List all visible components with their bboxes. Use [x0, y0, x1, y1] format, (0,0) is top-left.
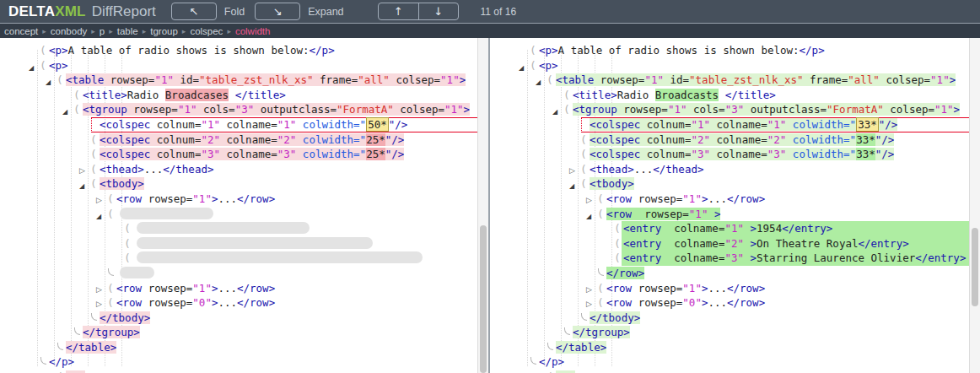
token-attr: colnum=	[640, 133, 691, 146]
folded-content-placeholder[interactable]	[137, 251, 423, 263]
token-tag: <thead>	[590, 163, 634, 176]
app-logo: DELTAXML DiffReport	[8, 3, 156, 20]
expand-toggle-icon[interactable]: ▷	[79, 164, 85, 179]
breadcrumb-item-conbody[interactable]: conbody	[51, 26, 87, 36]
token-tag: <title>	[83, 89, 127, 101]
code-line	[0, 266, 477, 281]
token-val: "1"	[691, 118, 710, 131]
breadcrumb-item-tgroup[interactable]: tgroup	[150, 26, 178, 36]
fold-region-start-icon: (	[73, 88, 80, 103]
code-line: <colspec colnum="1" colname="1" colwidth…	[0, 117, 477, 132]
token-attr: colname=	[710, 133, 767, 146]
fold-region-start-icon: (	[597, 295, 604, 311]
token-val: "1"	[644, 73, 664, 86]
breadcrumb-item-concept[interactable]: concept	[4, 26, 38, 36]
code-line: </tgroup>	[0, 325, 477, 340]
code-text: <thead>...</thead>	[0, 162, 477, 177]
expand-toggle-icon[interactable]: ▷	[569, 164, 575, 179]
token-attr: outputclass=	[254, 103, 337, 116]
token-val: "1"	[767, 118, 787, 131]
token-attr: rowsep=	[632, 282, 682, 295]
breadcrumb-item-p[interactable]: p	[100, 26, 105, 36]
token-attr: rowsep=	[104, 73, 154, 86]
code-text: <row rowsep="0">...</row>	[490, 295, 969, 311]
code-line: ◢(<p>	[0, 58, 477, 73]
breadcrumb-separator-icon: ▸	[109, 27, 113, 35]
token-dots: ...	[634, 163, 654, 176]
code-text: <row rowsep="1">...</row>	[0, 192, 477, 207]
collapse-toggle-icon[interactable]: ◢	[519, 61, 524, 76]
folded-content-placeholder[interactable]	[120, 208, 213, 219]
collapse-toggle-icon[interactable]: ◢	[46, 75, 51, 90]
right-document-pane: (<p>A table of radio shows is shown belo…	[490, 38, 980, 373]
right-scrollbar-thumb[interactable]	[972, 228, 978, 306]
expand-toggle-icon[interactable]: ▷	[96, 193, 102, 208]
token-val: "0"	[192, 296, 212, 309]
left-scrollbar-thumb[interactable]	[480, 225, 487, 373]
collapse-toggle-icon[interactable]: ◢	[96, 209, 101, 224]
code-line: </p>	[490, 354, 969, 370]
code-text: </table>	[0, 340, 477, 355]
fold-all-button[interactable]: ↖	[171, 3, 217, 20]
token-val: "3"	[767, 148, 787, 160]
token-dots: ...	[218, 296, 237, 309]
token-val: "1"	[192, 192, 212, 205]
expand-toggle-icon[interactable]: ▷	[586, 283, 592, 298]
token-tag: <row	[606, 296, 632, 309]
token-txt: 1954	[757, 222, 782, 235]
folded-content-placeholder[interactable]	[137, 222, 310, 234]
token-cw: 25*	[366, 133, 385, 146]
token-val: "1"	[934, 103, 954, 116]
fold-region-start-icon: (	[597, 281, 604, 296]
token-cw: 33*	[856, 148, 875, 160]
token-tag: >	[464, 103, 471, 116]
fold-region-start-icon: (	[124, 251, 131, 266]
folded-content-placeholder[interactable]	[120, 267, 154, 278]
right-scrollbar[interactable]	[969, 38, 980, 373]
token-attr: colname=	[220, 118, 277, 131]
code-line: (<title>Radio Broadcases </title>	[0, 88, 477, 103]
collapse-toggle-icon[interactable]: ◢	[586, 209, 591, 224]
breadcrumb-item-current[interactable]: colwidth	[235, 26, 271, 36]
expand-toggle-icon[interactable]: ▷	[96, 283, 102, 298]
collapse-toggle-icon[interactable]: ◢	[29, 61, 34, 76]
code-text	[0, 236, 477, 251]
code-line: ▷(<thead>...</thead>	[0, 162, 477, 177]
expand-toggle-icon[interactable]: ▷	[586, 297, 592, 312]
code-line: ▷(<thead>...</thead>	[490, 162, 969, 177]
next-change-button[interactable]: ↓	[418, 3, 458, 19]
code-text: <colspec colnum="3" colname="3" colwidth…	[490, 147, 969, 162]
token-cw: 50*	[366, 117, 389, 132]
token-attr: rowsep=	[632, 192, 682, 205]
token-tag: <entry	[623, 237, 661, 250]
token-attr: colname=	[661, 222, 724, 235]
code-text	[0, 266, 477, 281]
code-text: <table rowsep="1" id="table_zst_nlk_xs" …	[0, 73, 477, 88]
collapse-toggle-icon[interactable]: ◢	[552, 105, 557, 120]
expand-all-button[interactable]: ↘	[255, 3, 300, 20]
token-attr: colname=	[220, 133, 277, 146]
collapse-toggle-icon[interactable]: ◢	[569, 179, 574, 194]
token-tag: </table>	[556, 341, 606, 354]
previous-change-button[interactable]: ↑	[379, 3, 418, 19]
left-scrollbar[interactable]	[477, 38, 488, 373]
code-line: ▷(<row rowsep="1">...</row>	[0, 281, 477, 296]
collapse-toggle-icon[interactable]: ◢	[62, 105, 67, 120]
code-line: ◢(<tbody>	[490, 176, 969, 192]
product-name: DiffReport	[92, 3, 156, 20]
token-str: "FormatA"	[337, 103, 394, 116]
collapse-toggle-icon[interactable]: ◢	[79, 179, 84, 194]
diff-view: (<p>A table of radio shows is shown belo…	[0, 38, 980, 373]
folded-content-placeholder[interactable]	[137, 237, 373, 249]
breadcrumb-separator-icon: ▸	[143, 27, 147, 35]
breadcrumb-item-colspec[interactable]: colspec	[190, 26, 223, 36]
token-attr: colnum=	[640, 148, 691, 160]
breadcrumb-item-table[interactable]: table	[117, 26, 138, 36]
fold-region-start-icon: (	[90, 147, 97, 162]
expand-toggle-icon[interactable]: ▷	[96, 297, 102, 312]
token-tag: </p>	[49, 355, 74, 368]
collapse-toggle-icon[interactable]: ◢	[536, 75, 541, 90]
code-text: <p>	[490, 370, 969, 373]
expand-toggle-icon[interactable]: ▷	[586, 193, 592, 208]
fold-label: Fold	[224, 6, 245, 18]
